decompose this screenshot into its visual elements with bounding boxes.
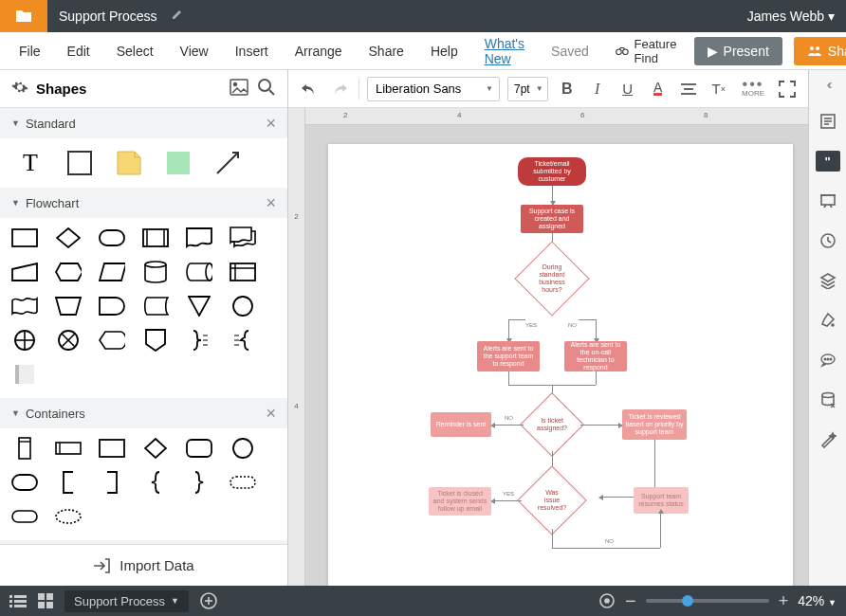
menu-edit[interactable]: Edit <box>56 38 101 64</box>
folder-icon[interactable] <box>0 0 47 32</box>
shape-terminator[interactable] <box>99 227 125 248</box>
shape-or[interactable] <box>11 330 38 351</box>
node-ticket-assigned[interactable]: Is ticket assigned? <box>529 402 575 447</box>
shape-stored-data[interactable] <box>142 296 169 317</box>
node-alert-support[interactable]: Alerts are sent to the support team to r… <box>477 341 540 371</box>
shape-lane-v[interactable] <box>11 438 38 459</box>
more-menu[interactable]: ••• MORE <box>742 80 764 98</box>
section-header-standard[interactable]: ▼ Standard × <box>0 108 287 138</box>
slider-thumb[interactable] <box>682 595 693 607</box>
node-issue-resolved[interactable]: Was issue resolved? <box>527 476 577 525</box>
user-menu[interactable]: James Webb ▾ <box>736 9 846 24</box>
shape-brace-open[interactable] <box>142 472 169 493</box>
shape-direct-data[interactable] <box>186 262 212 282</box>
gear-icon[interactable] <box>11 79 28 100</box>
menu-whats-new[interactable]: What's New <box>473 30 536 72</box>
menu-help[interactable]: Help <box>419 38 469 64</box>
zoom-target-icon[interactable] <box>598 592 616 609</box>
shape-rect-dashed[interactable] <box>11 506 38 527</box>
paint-icon[interactable] <box>818 310 838 331</box>
shape-block[interactable] <box>163 148 193 178</box>
bold-button[interactable]: B <box>556 78 579 100</box>
close-icon[interactable]: × <box>266 114 276 134</box>
shape-bracket-r[interactable] <box>99 472 125 493</box>
layers-icon[interactable] <box>818 270 838 291</box>
node-ticket-submitted[interactable]: Ticket/email submitted by customer <box>518 157 586 186</box>
shape-ellipse-dashed[interactable] <box>55 506 82 527</box>
document-title[interactable]: Support Process <box>47 9 169 24</box>
shape-preparation[interactable] <box>55 262 82 282</box>
collapse-rail-button[interactable]: ‹‹ <box>827 76 829 92</box>
fullscreen-button[interactable] <box>776 78 799 100</box>
shape-process[interactable] <box>11 227 38 248</box>
shape-brace-close[interactable] <box>186 472 212 493</box>
shape-internal-storage[interactable] <box>230 262 256 282</box>
section-header-containers[interactable]: ▼ Containers × <box>0 398 287 428</box>
shape-summing[interactable] <box>55 330 82 351</box>
comments-icon[interactable]: " <box>816 151 840 172</box>
history-icon[interactable] <box>818 230 838 251</box>
menu-file[interactable]: File <box>8 38 52 64</box>
shape-predefined[interactable] <box>142 227 169 248</box>
section-header-flowchart[interactable]: ▼ Flowchart × <box>0 188 287 218</box>
shape-database[interactable] <box>142 262 169 282</box>
shape-container-circle[interactable] <box>230 438 256 459</box>
shape-note-icon[interactable] <box>11 364 38 385</box>
undo-button[interactable] <box>298 78 321 100</box>
share-button[interactable]: Share <box>794 37 846 65</box>
node-case-created[interactable]: Support case is created and assigned <box>521 205 583 233</box>
zoom-out-button[interactable]: − <box>625 590 636 612</box>
feature-find[interactable]: Feature Find <box>616 37 683 65</box>
shape-lane-h[interactable] <box>55 438 82 459</box>
shape-data[interactable] <box>99 262 125 282</box>
shape-off-page[interactable] <box>142 330 169 351</box>
shape-manual-input[interactable] <box>11 262 38 282</box>
shape-brace-right[interactable] <box>186 330 212 351</box>
shape-manual-op[interactable] <box>55 296 82 317</box>
shape-display[interactable] <box>99 330 125 351</box>
grid-view-icon[interactable] <box>38 593 53 608</box>
shape-container-diamond[interactable] <box>142 438 169 459</box>
presentation-icon[interactable] <box>818 190 838 211</box>
node-ticket-closed[interactable]: Ticket is closed and system sends follow… <box>429 487 491 516</box>
chat-icon[interactable] <box>818 350 838 371</box>
shape-paper-tape[interactable] <box>11 296 38 317</box>
menu-insert[interactable]: Insert <box>224 38 280 64</box>
menu-view[interactable]: View <box>169 38 220 64</box>
page-tab[interactable]: Support Process ▼ <box>64 590 189 612</box>
magic-icon[interactable] <box>818 429 838 450</box>
font-family-select[interactable]: Liberation Sans <box>367 77 500 101</box>
search-icon[interactable] <box>257 78 276 100</box>
shape-text[interactable]: T <box>15 148 46 178</box>
font-size-select[interactable]: 7pt <box>507 77 548 101</box>
list-view-icon[interactable] <box>9 594 27 607</box>
shape-brace-left[interactable] <box>230 330 256 351</box>
menu-select[interactable]: Select <box>105 38 165 64</box>
zoom-in-button[interactable]: + <box>779 591 789 611</box>
canvas-surface[interactable]: Ticket/email submitted by customer Suppo… <box>305 125 808 586</box>
zoom-percent[interactable]: 42% ▼ <box>798 593 837 608</box>
shape-merge[interactable] <box>186 296 212 317</box>
shape-bracket-l[interactable] <box>55 472 82 493</box>
menu-share[interactable]: Share <box>358 38 415 64</box>
node-reviewed[interactable]: Ticket is reviewed based on priority by … <box>622 409 687 440</box>
italic-button[interactable]: I <box>586 78 609 100</box>
data-icon[interactable] <box>818 390 838 410</box>
node-reminder[interactable]: Reminder is sent <box>431 412 491 437</box>
shape-container-rounded[interactable] <box>186 438 212 459</box>
shape-container-rect[interactable] <box>99 438 125 459</box>
zoom-slider[interactable] <box>646 599 769 603</box>
menu-arrange[interactable]: Arrange <box>284 38 354 64</box>
close-icon[interactable]: × <box>266 404 276 424</box>
shape-pill-dashed[interactable] <box>230 472 256 493</box>
shape-decision[interactable] <box>55 227 82 248</box>
shape-rectangle[interactable] <box>64 148 95 178</box>
shape-multidoc[interactable] <box>230 227 256 248</box>
shape-document[interactable] <box>186 227 212 248</box>
edit-title-icon[interactable] <box>171 8 184 25</box>
redo-button[interactable] <box>328 78 351 100</box>
node-alert-oncall[interactable]: Alerts are sent to the on-call technicia… <box>564 341 627 371</box>
align-button[interactable] <box>677 78 700 100</box>
node-business-hours[interactable]: During standard business hours? <box>525 252 579 305</box>
notes-icon[interactable] <box>818 111 838 132</box>
